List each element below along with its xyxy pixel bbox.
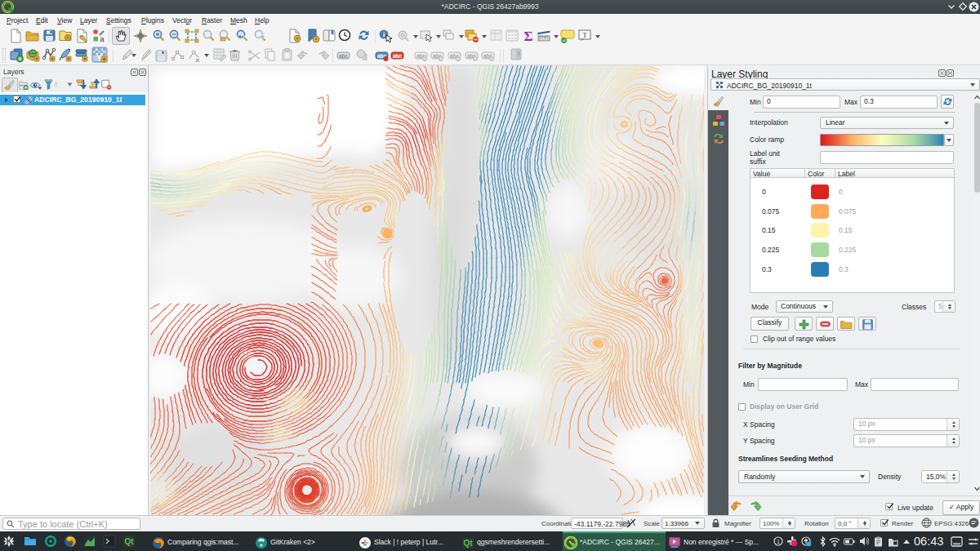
svg-text:1: 1 bbox=[777, 539, 780, 544]
svg-text:a: a bbox=[100, 35, 104, 43]
svg-text:T: T bbox=[582, 31, 587, 39]
svg-text:K: K bbox=[7, 537, 12, 545]
svg-text:?: ? bbox=[517, 51, 520, 57]
svg-text:abc: abc bbox=[393, 53, 403, 59]
svg-text:,,: ,, bbox=[60, 85, 61, 89]
svg-text:Σ: Σ bbox=[523, 29, 532, 43]
svg-text:Qt: Qt bbox=[124, 537, 134, 546]
svg-text:Qt: Qt bbox=[463, 539, 473, 548]
svg-text:abc: abc bbox=[339, 53, 349, 59]
svg-text:ε: ε bbox=[55, 79, 58, 88]
